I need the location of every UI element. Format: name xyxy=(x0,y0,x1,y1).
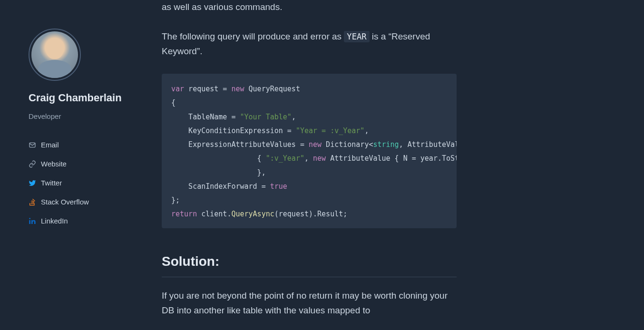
twitter-icon xyxy=(29,179,36,187)
stackoverflow-icon xyxy=(29,198,36,206)
linkedin-icon xyxy=(29,217,36,225)
para-text: The following query will produce and err… xyxy=(162,31,344,41)
link-website[interactable]: Website xyxy=(29,155,128,174)
author-role: Developer xyxy=(29,111,128,122)
link-label: LinkedIn xyxy=(41,215,68,227)
link-email[interactable]: Email xyxy=(29,136,128,155)
link-label: Website xyxy=(41,158,67,170)
avatar[interactable] xyxy=(31,31,78,78)
intro-fragment: as well as various commands. xyxy=(162,0,457,14)
avatar-ring xyxy=(29,29,81,81)
inline-code-year: YEAR xyxy=(344,31,369,42)
svg-rect-1 xyxy=(29,220,30,224)
link-label: Twitter xyxy=(41,177,62,189)
svg-point-2 xyxy=(29,218,30,220)
mail-icon xyxy=(29,141,36,149)
social-links: Email Website Twitter Stack Overflow Lin… xyxy=(29,136,128,231)
link-stackoverflow[interactable]: Stack Overflow xyxy=(29,193,128,212)
link-label: Email xyxy=(41,139,59,151)
sidebar: Craig Chamberlain Developer Email Websit… xyxy=(0,0,143,330)
error-description: The following query will produce and err… xyxy=(162,29,457,58)
author-name: Craig Chamberlain xyxy=(29,89,128,106)
solution-para: If you are not beyond the point of no re… xyxy=(162,289,457,318)
code-content[interactable]: var request = new QueryRequest { TableNa… xyxy=(162,74,457,228)
link-label: Stack Overflow xyxy=(41,196,89,208)
solution-heading: Solution: xyxy=(162,251,457,278)
link-linkedin[interactable]: LinkedIn xyxy=(29,212,128,231)
code-block: var request = new QueryRequest { TableNa… xyxy=(162,74,457,228)
link-twitter[interactable]: Twitter xyxy=(29,174,128,193)
link-icon xyxy=(29,160,36,168)
article-main: as well as various commands. The followi… xyxy=(143,0,466,330)
